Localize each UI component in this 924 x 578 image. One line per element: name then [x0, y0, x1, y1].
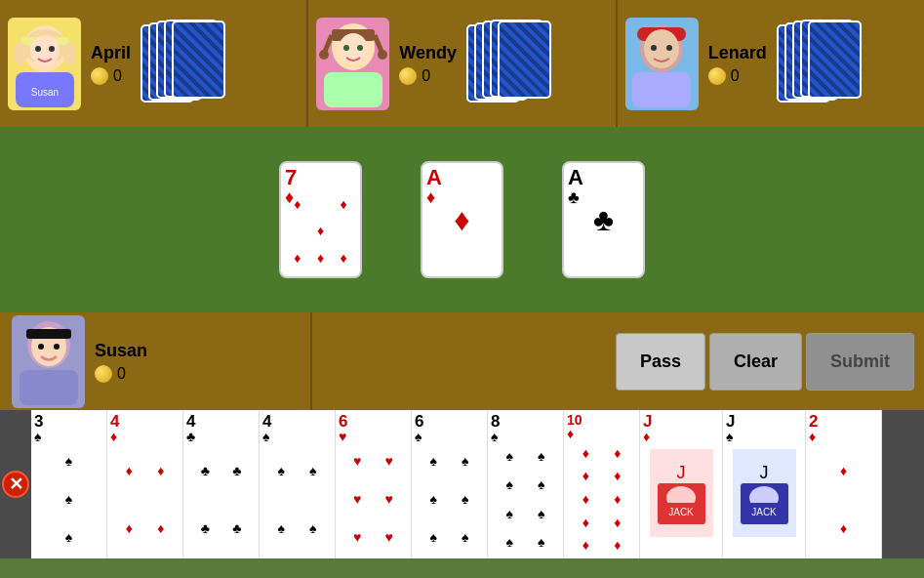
card-rank: 7: [285, 167, 356, 188]
submit-button[interactable]: Submit: [806, 333, 914, 391]
card-rank: A: [426, 167, 498, 188]
svg-rect-28: [26, 329, 71, 339]
player-info-april: April 0: [91, 43, 131, 85]
svg-point-24: [666, 45, 672, 51]
hand-card-10d[interactable]: 10 ♦ ♦♦ ♦♦ ♦♦ ♦♦ ♦♦: [564, 410, 640, 558]
player-slot-lenard: Lenard 0: [618, 0, 924, 127]
bottom-player-area: Susan 0 Pass Clear Submit: [0, 312, 924, 410]
svg-point-3: [14, 42, 27, 65]
player-name-wendy: Wendy: [399, 43, 457, 63]
hand-card-4s[interactable]: 4 ♠ ♠♠ ♠♠: [260, 410, 336, 558]
card-center-suit: ♣: [593, 202, 614, 238]
svg-point-30: [54, 344, 60, 350]
svg-rect-19: [324, 72, 382, 107]
svg-point-4: [62, 42, 76, 65]
card-rank: A: [568, 167, 639, 188]
svg-text:Susan: Susan: [30, 87, 58, 98]
player-score-april: 0: [91, 67, 131, 85]
play-area: 7 ♦ ♦ ♦ ♦ ♦ ♦ ♦ A ♦ ♦ A ♣ ♣: [0, 127, 924, 312]
card-pips-7d: ♦ ♦ ♦ ♦ ♦ ♦: [286, 190, 355, 271]
hand-card-6h[interactable]: 6 ♥ ♥♥ ♥♥ ♥♥: [336, 410, 412, 558]
pass-button[interactable]: Pass: [616, 333, 705, 391]
action-buttons: Pass Clear Submit: [312, 312, 924, 410]
player-score-wendy: 0: [399, 67, 457, 85]
hand-card-4d[interactable]: 4 ♦ ♦♦ ♦♦: [107, 410, 183, 558]
hand-card-2d[interactable]: 2 ♦ ♦ ♦: [806, 410, 882, 558]
hand-card-6s[interactable]: 6 ♠ ♠♠ ♠♠ ♠♠: [412, 410, 488, 558]
card-back: [808, 21, 862, 99]
player-slot-wendy: Wendy 0: [308, 0, 617, 127]
avatar-lenard: [625, 18, 699, 110]
hand-card-4c[interactable]: 4 ♣ ♣♣ ♣♣: [183, 410, 260, 558]
hand-card-3s[interactable]: 3 ♠ ♠ ♠ ♠: [31, 410, 107, 558]
card-stack-april: [141, 20, 238, 107]
player-score-susan: 0: [95, 365, 147, 383]
top-players-area: Susan April 0: [0, 0, 924, 127]
hand-card-jd[interactable]: J ♦ J ♦ JACK: [640, 410, 723, 558]
card-back: [498, 21, 551, 99]
player-info-lenard: Lenard 0: [708, 43, 767, 85]
svg-point-6: [35, 46, 41, 52]
avatar-wendy: [316, 18, 389, 110]
coin-icon-susan: [95, 365, 112, 383]
svg-point-23: [651, 45, 657, 51]
svg-point-29: [38, 344, 44, 350]
card-center-suit: ♦: [454, 202, 469, 238]
card-stack-lenard: [777, 20, 874, 107]
player-name-april: April: [91, 43, 131, 63]
hand-card-8s[interactable]: 8 ♠ ♠♠ ♠♠ ♠♠ ♠♠: [488, 410, 564, 558]
player-info-wendy: Wendy 0: [399, 43, 457, 85]
coin-icon-april: [91, 67, 108, 85]
svg-point-14: [319, 50, 329, 60]
avatar-susan: [12, 315, 85, 408]
player-slot-susan: Susan 0: [0, 312, 312, 410]
svg-point-7: [49, 46, 55, 52]
svg-point-18: [357, 45, 363, 51]
played-card-ac: A ♣ ♣: [562, 161, 645, 278]
card-stack-wendy: [466, 20, 564, 107]
svg-rect-31: [20, 370, 78, 405]
coin-icon-lenard: [708, 67, 726, 85]
clear-button[interactable]: Clear: [709, 333, 802, 391]
remove-card-slot: ✕: [0, 410, 31, 558]
hand-area: ✕ 3 ♠ ♠ ♠ ♠ 4 ♦ ♦♦ ♦♦ 4 ♣ ♣♣ ♣♣ 4 ♠ ♠♠: [0, 410, 924, 558]
svg-point-17: [343, 45, 349, 51]
remove-card-button[interactable]: ✕: [2, 471, 29, 498]
played-card-ad: A ♦ ♦: [421, 161, 503, 278]
avatar-april: Susan: [8, 18, 81, 110]
card-back: [172, 21, 225, 99]
player-slot-april: Susan April 0: [0, 0, 308, 127]
svg-text:J: J: [676, 463, 685, 482]
svg-text:JACK: JACK: [751, 507, 777, 517]
svg-text:J: J: [759, 463, 768, 482]
player-score-lenard: 0: [708, 67, 767, 85]
played-card-7d: 7 ♦ ♦ ♦ ♦ ♦ ♦ ♦: [279, 161, 362, 278]
player-name-susan: Susan: [95, 341, 147, 361]
player-info-susan: Susan 0: [95, 341, 147, 383]
svg-point-15: [378, 50, 387, 60]
player-name-lenard: Lenard: [708, 43, 767, 63]
coin-icon-wendy: [399, 67, 417, 85]
svg-rect-25: [632, 72, 691, 107]
hand-card-js[interactable]: J ♠ J ♠ JACK: [723, 410, 806, 558]
svg-text:JACK: JACK: [668, 507, 694, 517]
